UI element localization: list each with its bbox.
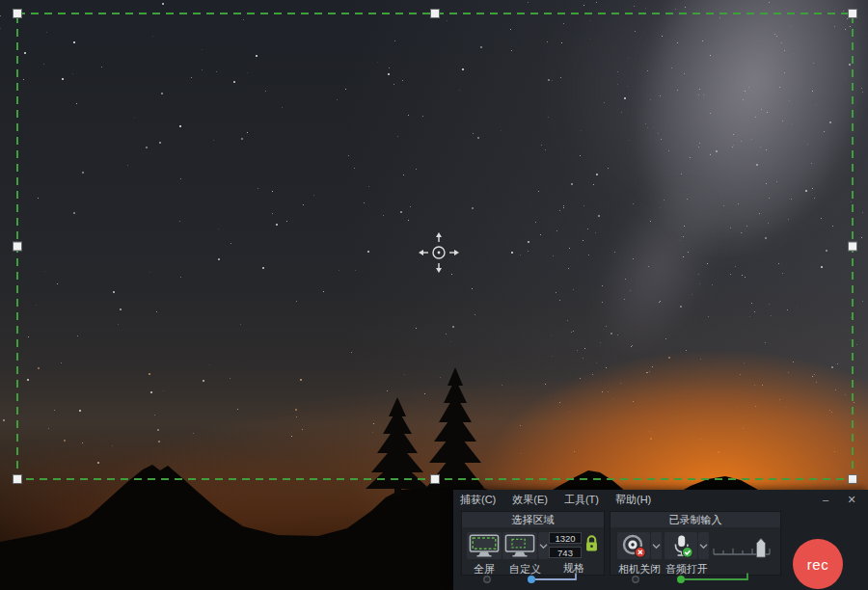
handle-middle-right[interactable]	[849, 242, 857, 251]
selection-region-border[interactable]	[17, 13, 853, 479]
record-button[interactable]: rec	[793, 539, 843, 589]
custom-region-button[interactable]: 自定义	[502, 532, 549, 577]
menu-tools[interactable]: 工具(T)	[564, 493, 599, 507]
microphone-on-icon	[665, 532, 697, 559]
crosshair-cursor[interactable]	[419, 232, 459, 273]
camera-chevron-down-icon[interactable]	[651, 532, 662, 559]
recorded-inputs-group: 已录制输入	[610, 511, 781, 576]
camera-status-label: 相机关闭	[618, 562, 661, 577]
menu-capture[interactable]: 捕获(C)	[460, 493, 496, 507]
audio-chevron-down-icon[interactable]	[698, 532, 709, 559]
audio-level-slider[interactable]	[712, 534, 773, 567]
handle-top-middle[interactable]	[431, 10, 440, 18]
camera-toggle-button[interactable]: 相机关闭	[617, 532, 662, 577]
recorded-inputs-title: 已录制输入	[610, 512, 780, 527]
handle-middle-left[interactable]	[14, 242, 22, 251]
custom-region-label: 自定义	[509, 562, 541, 577]
menu-bar: 捕获(C) 效果(E) 工具(T) 帮助(H) – ✕	[453, 490, 868, 509]
webcam-off-icon	[617, 532, 650, 559]
height-field[interactable]	[549, 547, 582, 558]
recorder-panel: 捕获(C) 效果(E) 工具(T) 帮助(H) – ✕ 选择区域	[453, 490, 868, 590]
fullscreen-button[interactable]: 全屏	[467, 532, 502, 577]
audio-status-label: 音频打开	[665, 562, 708, 577]
window-controls: – ✕	[819, 494, 858, 506]
dimensions-label: 规格	[563, 561, 584, 576]
handle-bottom-middle[interactable]	[431, 475, 440, 484]
menu-effects[interactable]: 效果(E)	[512, 493, 548, 507]
panel-content: 选择区域	[453, 509, 868, 590]
menu-help[interactable]: 帮助(H)	[615, 493, 651, 507]
dimensions-tool: 规格	[549, 532, 599, 576]
handle-top-right[interactable]	[849, 10, 857, 18]
select-area-title: 选择区域	[462, 512, 604, 527]
select-area-group: 选择区域	[461, 511, 605, 576]
audio-slider-handle[interactable]	[757, 539, 766, 558]
minimize-button[interactable]: –	[819, 494, 832, 506]
selection-handles[interactable]	[14, 10, 857, 484]
handle-bottom-right[interactable]	[849, 475, 857, 484]
audio-toggle-button[interactable]: 音频打开	[665, 532, 709, 577]
aspect-lock-icon[interactable]	[584, 533, 599, 558]
custom-region-chevron-down-icon[interactable]	[538, 532, 549, 559]
custom-region-monitor-icon	[502, 532, 537, 559]
width-field[interactable]	[549, 532, 582, 544]
screen: 捕获(C) 效果(E) 工具(T) 帮助(H) – ✕ 选择区域	[0, 0, 868, 590]
handle-bottom-left[interactable]	[14, 475, 22, 484]
fullscreen-monitor-icon	[467, 532, 502, 559]
close-button[interactable]: ✕	[845, 494, 858, 506]
handle-top-left[interactable]	[14, 10, 22, 18]
fullscreen-label: 全屏	[474, 562, 495, 577]
